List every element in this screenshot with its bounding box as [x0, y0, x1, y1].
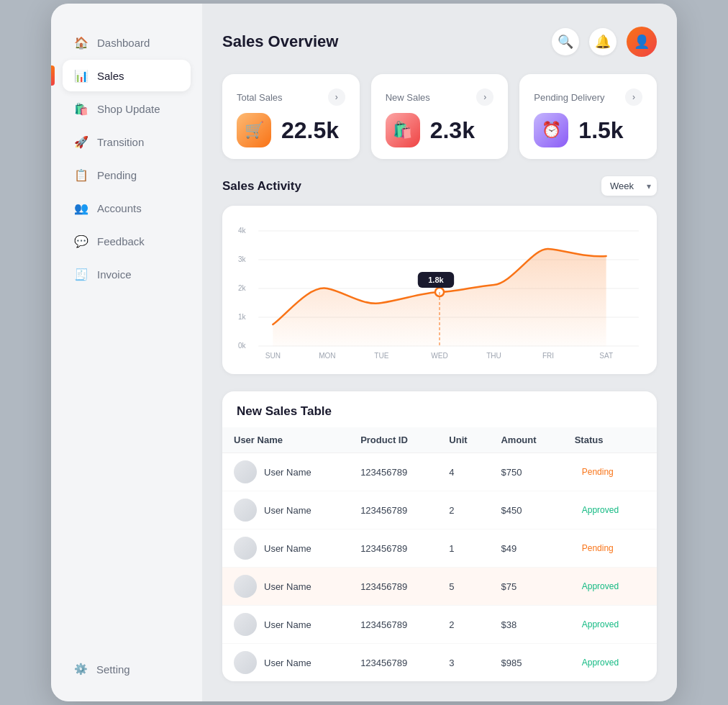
y-label-1k: 1k: [238, 313, 247, 321]
notification-button[interactable]: 🔔: [589, 28, 616, 55]
table-col-3: Amount: [489, 427, 563, 453]
main-content: Sales Overview 🔍 🔔 👤 Total Sales ›: [202, 4, 677, 701]
header: Sales Overview 🔍 🔔 👤: [222, 27, 657, 57]
kpi-row: Total Sales › 🛒 22.5k New Sales › 🛍️ 2.3…: [222, 74, 657, 159]
table-cell-product-0: 123456789: [349, 453, 437, 491]
kpi-label-0: Total Sales: [237, 92, 283, 103]
table-cell-unit-4: 2: [437, 606, 489, 644]
table-col-0: User Name: [222, 427, 349, 453]
sales-chart: 4k 3k 2k 1k 0k: [237, 220, 642, 364]
kpi-arrow-1[interactable]: ›: [476, 88, 493, 106]
sidebar-item-sales[interactable]: 📊 Sales: [63, 60, 191, 91]
chart-title: Sales Activity: [222, 179, 301, 194]
table-cell-user-4: User Name: [222, 606, 349, 644]
user-avatar-2: [234, 537, 257, 560]
user-cell-3: User Name: [234, 575, 337, 598]
sidebar: 🏠 Dashboard📊 Sales🛍️ Shop Update🚀 Transi…: [51, 4, 202, 701]
table-col-1: Product ID: [349, 427, 437, 453]
x-label-thu: THU: [486, 352, 501, 360]
dashboard-icon: 🏠: [74, 35, 88, 50]
feedback-icon: 💬: [74, 234, 88, 248]
table-cell-status-0: Pending: [563, 453, 657, 491]
x-label-wed: WED: [431, 352, 447, 360]
sidebar-item-accounts[interactable]: 👥 Accounts: [63, 192, 191, 224]
table-cell-user-1: User Name: [222, 491, 349, 529]
table-cell-amount-4: $38: [489, 606, 563, 644]
table-cell-amount-1: $450: [489, 491, 563, 529]
user-cell-5: User Name: [234, 651, 337, 674]
table-row: User Name 123456789 2 $450 Approved: [222, 491, 657, 529]
sidebar-item-label-sales: Sales: [97, 70, 124, 82]
table-cell-amount-5: $985: [489, 644, 563, 682]
sidebar-item-invoice[interactable]: 🧾 Invoice: [63, 258, 191, 290]
kpi-header-2: Pending Delivery ›: [534, 88, 642, 106]
kpi-icon-1: 🛍️: [386, 113, 420, 147]
x-label-mon: MON: [319, 352, 335, 360]
sidebar-nav: 🏠 Dashboard📊 Sales🛍️ Shop Update🚀 Transi…: [51, 27, 202, 642]
week-select-wrap[interactable]: Week Month: [601, 176, 657, 196]
status-badge-4: Approved: [575, 617, 626, 632]
x-label-sun: SUN: [265, 352, 281, 360]
kpi-value-1: 2.3k: [430, 117, 475, 144]
kpi-label-2: Pending Delivery: [534, 92, 604, 103]
shop-update-icon: 🛍️: [74, 101, 88, 116]
x-label-fri: FRI: [542, 352, 554, 360]
y-label-3k: 3k: [238, 255, 247, 263]
table-cell-unit-5: 3: [437, 644, 489, 682]
status-badge-1: Approved: [575, 503, 626, 517]
y-label-2k: 2k: [238, 284, 247, 292]
table-cell-user-3: User Name: [222, 568, 349, 606]
y-label-0k: 0k: [238, 342, 247, 350]
table-col-4: Status: [563, 427, 657, 453]
table-cell-unit-2: 1: [437, 529, 489, 568]
table-cell-status-2: Pending: [563, 529, 657, 568]
table-cell-unit-1: 2: [437, 491, 489, 529]
y-label-4k: 4k: [238, 227, 247, 235]
sidebar-bottom: ⚙️ Setting: [51, 642, 202, 684]
table-cell-product-2: 123456789: [349, 529, 437, 568]
table-cell-unit-0: 4: [437, 453, 489, 491]
sidebar-item-label-transition: Transition: [97, 136, 144, 148]
sidebar-item-dashboard[interactable]: 🏠 Dashboard: [63, 27, 191, 58]
sidebar-item-shop-update[interactable]: 🛍️ Shop Update: [63, 93, 191, 124]
sidebar-item-label-pending: Pending: [97, 169, 137, 181]
table-cell-amount-0: $750: [489, 453, 563, 491]
sidebar-item-setting[interactable]: ⚙️ Setting: [63, 654, 191, 684]
sidebar-item-pending[interactable]: 📋 Pending: [63, 159, 191, 191]
invoice-icon: 🧾: [74, 267, 88, 281]
table-cell-user-2: User Name: [222, 529, 349, 568]
status-badge-0: Pending: [575, 465, 621, 479]
table-cell-product-3: 123456789: [349, 568, 437, 606]
bell-icon: 🔔: [595, 34, 611, 50]
table-cell-status-5: Approved: [563, 644, 657, 682]
kpi-arrow-0[interactable]: ›: [328, 88, 345, 106]
table-body: User Name 123456789 4 $750 Pending User …: [222, 453, 657, 682]
table-cell-product-4: 123456789: [349, 606, 437, 644]
week-select[interactable]: Week Month: [601, 176, 657, 196]
sales-table-card: New Sales Table User NameProduct IDUnitA…: [222, 391, 657, 681]
status-badge-5: Approved: [575, 655, 626, 670]
kpi-body-1: 🛍️ 2.3k: [386, 113, 494, 147]
table-cell-amount-2: $49: [489, 529, 563, 568]
user-cell-4: User Name: [234, 613, 337, 636]
table-cell-user-0: User Name: [222, 453, 349, 491]
user-name-5: User Name: [264, 658, 311, 668]
search-button[interactable]: 🔍: [552, 28, 579, 55]
kpi-body-0: 🛒 22.5k: [237, 113, 345, 147]
kpi-header-0: Total Sales ›: [237, 88, 345, 106]
table-cell-unit-3: 5: [437, 568, 489, 606]
chart-tooltip-value: 1.8k: [428, 276, 444, 284]
table-cell-product-5: 123456789: [349, 644, 437, 682]
search-icon: 🔍: [558, 34, 573, 50]
sidebar-item-feedback[interactable]: 💬 Feedback: [63, 225, 191, 257]
kpi-arrow-2[interactable]: ›: [625, 88, 642, 106]
table-col-2: Unit: [437, 427, 489, 453]
sidebar-item-transition[interactable]: 🚀 Transition: [63, 126, 191, 158]
x-label-sat: SAT: [599, 352, 613, 360]
sidebar-item-label-accounts: Accounts: [97, 202, 142, 214]
chart-section: Sales Activity Week Month 4k 3k 2k 1k 0k: [222, 176, 657, 374]
sidebar-item-label-dashboard: Dashboard: [97, 37, 150, 49]
avatar-button[interactable]: 👤: [627, 27, 657, 57]
kpi-card-2: Pending Delivery › ⏰ 1.5k: [519, 74, 657, 159]
pending-icon: 📋: [74, 168, 88, 182]
